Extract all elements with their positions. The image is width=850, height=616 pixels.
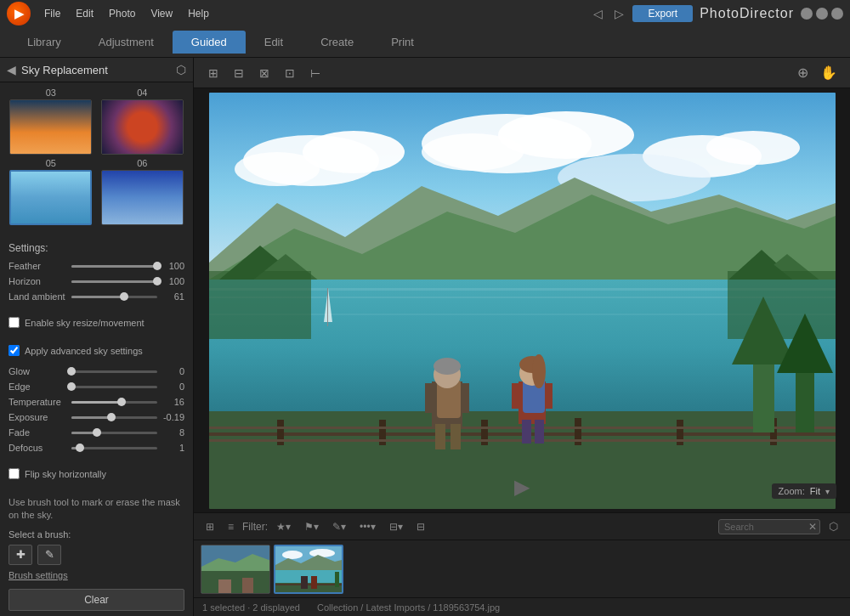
tab-guided[interactable]: Guided [173, 31, 246, 54]
enable-resize-checkbox[interactable] [8, 317, 20, 328]
land-ambient-slider[interactable] [71, 296, 157, 298]
defocus-slider[interactable] [71, 447, 157, 449]
view-grid-button[interactable]: ⊠ [253, 63, 275, 83]
play-button[interactable]: ▶ [514, 475, 530, 499]
svg-rect-23 [209, 271, 311, 339]
back-button[interactable]: ◀ [7, 63, 16, 76]
export-button[interactable]: Export [632, 5, 693, 22]
edge-slider[interactable] [71, 386, 157, 388]
menu-help[interactable]: Help [181, 6, 216, 21]
sky-thumb-04[interactable] [101, 99, 184, 155]
flip-sky-checkbox[interactable] [8, 468, 20, 479]
filmstrip-export-btn[interactable]: ⬡ [824, 517, 843, 535]
selected-count: 1 selected · 2 displayed [202, 602, 300, 613]
filmstrip-view-btn[interactable]: ⊞ [201, 518, 219, 535]
apply-advanced-label[interactable]: Apply advanced sky settings [25, 346, 143, 356]
view-before-button[interactable]: ⊡ [279, 63, 301, 83]
sky-thumb-05[interactable] [9, 170, 92, 225]
filmstrip-list-btn[interactable]: ≡ [223, 518, 239, 535]
film-thumb-2[interactable] [274, 545, 343, 594]
temperature-slider-row: Temperature 16 [8, 397, 184, 407]
menu-bar: File Edit Photo View Help [37, 6, 583, 21]
svg-rect-49 [545, 383, 552, 409]
sky-thumb-03[interactable] [9, 99, 92, 155]
tab-edit[interactable]: Edit [246, 31, 302, 54]
sky-option-04: 04 [99, 88, 187, 155]
glow-slider-row: Glow 0 [8, 366, 184, 376]
flip-sky-label[interactable]: Flip sky horizontally [25, 469, 106, 479]
tab-library[interactable]: Library [8, 31, 80, 54]
tab-create[interactable]: Create [302, 31, 372, 54]
menu-file[interactable]: File [37, 6, 67, 21]
sky-option-06: 06 [99, 158, 187, 225]
enable-resize-label[interactable]: Enable sky resize/movement [25, 318, 144, 328]
panel-export-icon[interactable]: ⬡ [176, 63, 186, 76]
filter-sort-btn[interactable]: ⊟▾ [384, 518, 408, 535]
svg-point-3 [235, 152, 320, 186]
menu-photo[interactable]: Photo [102, 6, 142, 21]
view-fit-button[interactable]: ⊞ [202, 63, 224, 83]
temperature-slider[interactable] [71, 401, 157, 404]
exposure-label: Exposure [8, 412, 68, 422]
glow-slider[interactable] [71, 370, 157, 373]
redo-button[interactable]: ▷ [611, 5, 627, 22]
add-brush-button[interactable]: ✚ [8, 545, 32, 565]
land-ambient-slider-row: Land ambient 61 [8, 291, 184, 302]
svg-point-47 [532, 354, 546, 388]
left-panel: ◀ Sky Replacement ⬡ 03 04 05 [0, 58, 194, 616]
search-input[interactable] [718, 519, 820, 534]
svg-rect-50 [522, 420, 531, 444]
filter-more-btn[interactable]: •••▾ [354, 518, 381, 535]
horizon-slider-row: Horizon 100 [8, 276, 184, 286]
apply-advanced-checkbox[interactable] [8, 345, 20, 356]
undo-button[interactable]: ◁ [590, 5, 606, 22]
svg-rect-71 [311, 576, 317, 589]
menu-view[interactable]: View [144, 6, 179, 21]
feather-slider[interactable] [71, 265, 157, 268]
edge-label: Edge [8, 381, 68, 392]
tab-adjustment[interactable]: Adjustment [80, 31, 173, 54]
filter-group-btn[interactable]: ⊟ [411, 518, 430, 535]
search-clear-button[interactable]: ✕ [808, 521, 817, 533]
brush-settings-link[interactable]: Brush settings [0, 568, 193, 582]
view-toolbar: ⊞ ⊟ ⊠ ⊡ ⊢ ⊕ ✋ [194, 58, 850, 88]
maximize-button[interactable] [816, 8, 828, 20]
fade-slider[interactable] [71, 432, 157, 434]
enable-resize-row: Enable sky resize/movement [0, 317, 193, 328]
zoom-dropdown-icon[interactable]: ▾ [825, 487, 830, 496]
land-ambient-value: 61 [161, 291, 184, 302]
center-area: ⊞ ⊟ ⊠ ⊡ ⊢ ⊕ ✋ [194, 58, 850, 616]
exposure-slider-row: Exposure -0.19 [8, 412, 184, 422]
fade-value: 8 [161, 427, 184, 438]
filter-brush-btn[interactable]: ✎▾ [327, 518, 351, 535]
app-name-label: PhotoDirector [700, 6, 794, 21]
clear-button[interactable]: Clear [8, 589, 184, 611]
sky-thumb-06[interactable] [101, 170, 184, 225]
horizon-slider[interactable] [71, 280, 157, 283]
film-thumb-1[interactable] [201, 545, 270, 594]
exposure-slider[interactable] [71, 416, 157, 419]
scene-svg [209, 93, 836, 509]
menu-edit[interactable]: Edit [69, 6, 100, 21]
filter-flag-btn[interactable]: ⚑▾ [299, 518, 324, 535]
tab-print[interactable]: Print [372, 31, 433, 54]
pan-button[interactable]: ✋ [816, 62, 842, 83]
zoom-search-button[interactable]: ⊕ [793, 62, 813, 83]
svg-point-64 [282, 551, 303, 559]
image-canvas: ▶ Zoom: Fit ▾ [194, 88, 850, 512]
defocus-slider-row: Defocus 1 [8, 443, 184, 453]
glow-label: Glow [8, 366, 68, 376]
view-compare-button[interactable]: ⊟ [228, 63, 250, 83]
apply-advanced-row: Apply advanced sky settings [0, 345, 193, 356]
svg-point-38 [434, 358, 461, 375]
select-brush-label: Select a brush: [0, 528, 193, 541]
main-content: ◀ Sky Replacement ⬡ 03 04 05 [0, 58, 850, 616]
close-button[interactable] [831, 8, 843, 20]
zoom-value: Fit [810, 486, 820, 496]
feather-slider-row: Feather 100 [8, 261, 184, 271]
minimize-button[interactable] [801, 8, 813, 20]
fade-slider-row: Fade 8 [8, 427, 184, 438]
erase-brush-button[interactable]: ✎ [37, 545, 61, 565]
filter-star-btn[interactable]: ★▾ [271, 518, 296, 535]
view-split-button[interactable]: ⊢ [304, 63, 326, 83]
